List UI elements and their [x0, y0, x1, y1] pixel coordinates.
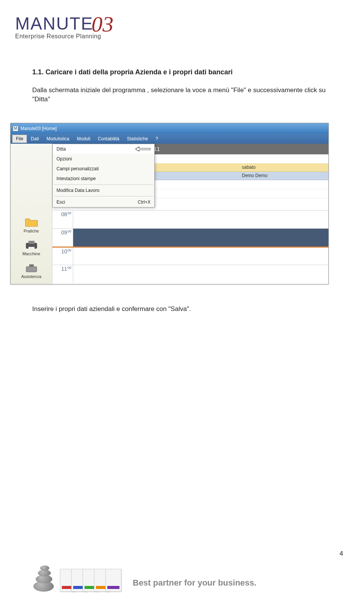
- dropdown-item-esci[interactable]: Esci Ctrl+X: [53, 197, 154, 207]
- footer-tagline: Best partner for your business.: [133, 578, 256, 588]
- sidebar-label: Assistenza: [21, 274, 41, 279]
- logo-text: MANUTE: [15, 14, 93, 33]
- dropdown-label: Opzioni: [56, 156, 72, 162]
- app-screenshot: M Manute03 [Home] File Dati Modulistica …: [10, 123, 329, 284]
- menu-dati[interactable]: Dati: [27, 135, 42, 143]
- dropdown-label: Esci: [56, 199, 65, 205]
- time-label: 0800: [52, 210, 73, 228]
- brand-logo: MANUTE03 Enterprise Resource Planning: [15, 9, 159, 40]
- window-titlebar: M Manute03 [Home]: [11, 123, 328, 134]
- dropdown-separator: [54, 196, 153, 196]
- lower-instruction: Inserire i propri dati aziendali e confe…: [32, 305, 341, 313]
- dropdown-separator: [54, 184, 153, 185]
- section-title: 1.1. Caricare i dati della propria Azien…: [32, 68, 341, 76]
- page-number: 4: [340, 550, 343, 557]
- svg-rect-1: [28, 241, 35, 244]
- app-body: Pratiche Macchine Assistenza: [11, 144, 328, 284]
- time-row-09: 0900: [52, 228, 328, 247]
- menu-help[interactable]: ?: [152, 135, 162, 143]
- main-area: Ditta Opzioni Campi personalizzati Intes…: [52, 144, 328, 284]
- menu-modulistica[interactable]: Modulistica: [43, 135, 73, 143]
- time-label: 1100: [52, 265, 73, 283]
- file-dropdown: Ditta Opzioni Campi personalizzati Intes…: [52, 144, 155, 207]
- section-heading: Caricare i dati della propria Azienda e …: [46, 68, 232, 76]
- app-icon: M: [13, 126, 18, 131]
- svg-rect-4: [29, 264, 34, 267]
- timeslot-area: 0800 0900 1000 1100: [52, 210, 328, 283]
- folder-icon: [25, 217, 38, 228]
- time-row-11: 1100: [52, 265, 328, 283]
- section-body: Dalla schermata iniziale del programma ,…: [32, 86, 341, 104]
- user-label: Demo Demo: [242, 173, 267, 178]
- dropdown-item-campi[interactable]: Campi personalizzati: [53, 164, 154, 174]
- time-body[interactable]: [73, 229, 328, 247]
- box-icon: [105, 569, 121, 592]
- dropdown-item-opzioni[interactable]: Opzioni: [53, 154, 154, 164]
- dropdown-label: Ditta: [56, 146, 66, 152]
- arrow-pointer-icon: [135, 147, 151, 151]
- dropdown-label: Campi personalizzati: [56, 166, 99, 171]
- menu-contabilita[interactable]: Contabilità: [94, 135, 123, 143]
- day-label: sabato: [242, 165, 256, 170]
- sidebar-item-assistenza[interactable]: Assistenza: [11, 262, 52, 279]
- menubar: File Dati Modulistica Moduli Contabilità…: [11, 134, 328, 144]
- time-body[interactable]: [73, 210, 328, 228]
- time-label: 1000: [52, 248, 73, 265]
- time-row-08: 0800: [52, 210, 328, 228]
- svg-rect-3: [26, 267, 37, 272]
- dropdown-label: Intestazioni stampe: [56, 176, 96, 181]
- toolbox-icon: [25, 262, 38, 273]
- menu-moduli[interactable]: Moduli: [73, 135, 94, 143]
- product-boxes: [64, 569, 121, 592]
- stones-image: [27, 557, 61, 592]
- section-number: 1.1.: [32, 68, 44, 76]
- svg-rect-2: [28, 247, 35, 249]
- dropdown-item-modifica-data[interactable]: Modifica Data Lavoro: [53, 185, 154, 195]
- logo-suffix: 03: [91, 12, 113, 36]
- sidebar-label: Macchine: [22, 251, 40, 256]
- sidebar-item-pratiche[interactable]: Pratiche: [11, 217, 52, 233]
- dropdown-shortcut: Ctrl+X: [138, 199, 151, 205]
- logo-subtitle: Enterprise Resource Planning: [15, 33, 159, 40]
- sidebar-label: Pratiche: [24, 229, 39, 233]
- document-content: 1.1. Caricare i dati della propria Azien…: [32, 68, 341, 313]
- time-body[interactable]: [73, 248, 328, 265]
- dropdown-label: Modifica Data Lavoro: [56, 188, 99, 193]
- window-title: Manute03 [Home]: [20, 126, 56, 131]
- sidebar: Pratiche Macchine Assistenza: [11, 144, 52, 284]
- menu-statistiche[interactable]: Statistiche: [123, 135, 152, 143]
- sidebar-item-macchine[interactable]: Macchine: [11, 239, 52, 256]
- footer: Best partner for your business.: [27, 557, 349, 592]
- printer-icon: [25, 239, 38, 251]
- time-label: 0900: [52, 229, 73, 247]
- time-body[interactable]: [73, 265, 328, 283]
- dropdown-item-intestazioni[interactable]: Intestazioni stampe: [53, 174, 154, 184]
- time-row-10: 1000: [52, 247, 328, 265]
- menu-file[interactable]: File: [12, 135, 27, 143]
- dropdown-item-ditta[interactable]: Ditta: [53, 144, 154, 154]
